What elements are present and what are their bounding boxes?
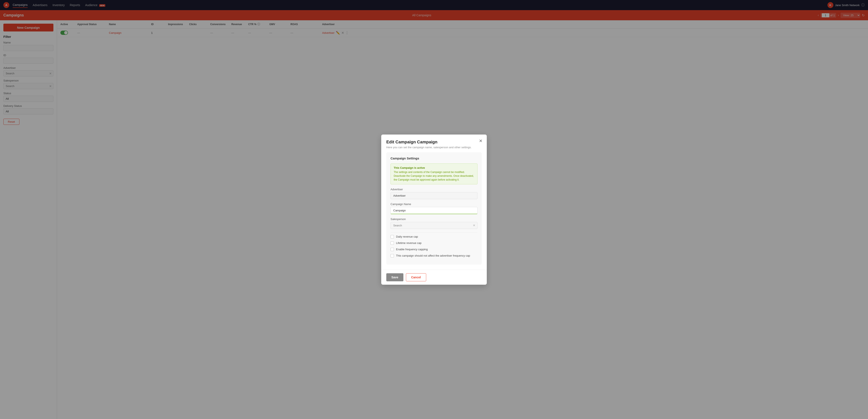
modal-header: Edit Campaign Campaign Here you can set … bbox=[381, 134, 487, 152]
modal-footer: Save Cancel bbox=[381, 270, 487, 285]
salesperson-field: Salesperson ✕ bbox=[391, 217, 477, 229]
lifetime-revenue-cap-label: Lifetime revenue cap bbox=[396, 241, 422, 245]
campaign-settings-section: Campaign Settings This Campaign is activ… bbox=[386, 152, 482, 265]
warning-title: This Campaign is active bbox=[394, 166, 474, 169]
enable-frequency-capping-checkbox[interactable] bbox=[391, 248, 394, 251]
section-title: Campaign Settings bbox=[391, 156, 477, 160]
advertiser-field-label: Advertiser bbox=[391, 188, 477, 191]
edit-campaign-modal: Edit Campaign Campaign Here you can set … bbox=[381, 134, 487, 285]
modal-subtitle: Here you can set the campaign name, sale… bbox=[386, 146, 482, 149]
form-divider bbox=[391, 232, 477, 233]
campaign-name-field: Campaign Name bbox=[391, 203, 477, 214]
modal-title: Edit Campaign Campaign bbox=[386, 140, 482, 145]
modal-body: Campaign Settings This Campaign is activ… bbox=[381, 152, 487, 270]
modal-overlay[interactable]: Edit Campaign Campaign Here you can set … bbox=[0, 0, 868, 419]
warning-text: The settings and contents of the Campaig… bbox=[394, 170, 474, 182]
modal-close-button[interactable]: ✕ bbox=[479, 139, 483, 143]
daily-revenue-cap-label: Daily revenue cap bbox=[396, 235, 418, 238]
lifetime-revenue-cap-checkbox[interactable] bbox=[391, 241, 394, 245]
active-campaign-warning: This Campaign is active The settings and… bbox=[391, 163, 477, 184]
lifetime-revenue-cap-row: Lifetime revenue cap bbox=[391, 241, 477, 245]
campaign-name-field-label: Campaign Name bbox=[391, 203, 477, 206]
cancel-button[interactable]: Cancel bbox=[406, 273, 426, 281]
salesperson-input-wrap: ✕ bbox=[391, 222, 477, 229]
enable-frequency-capping-row: Enable frequency capping bbox=[391, 248, 477, 251]
salesperson-clear-icon[interactable]: ✕ bbox=[473, 223, 475, 227]
enable-frequency-capping-label: Enable frequency capping bbox=[396, 248, 428, 251]
salesperson-search-input[interactable] bbox=[391, 222, 477, 229]
daily-revenue-cap-row: Daily revenue cap bbox=[391, 235, 477, 238]
no-affect-advertiser-checkbox[interactable] bbox=[391, 254, 394, 258]
daily-revenue-cap-checkbox[interactable] bbox=[391, 235, 394, 238]
no-affect-advertiser-row: This campaign should not affect the adve… bbox=[391, 254, 477, 258]
salesperson-field-label: Salesperson bbox=[391, 217, 477, 221]
no-affect-advertiser-label: This campaign should not affect the adve… bbox=[396, 254, 470, 257]
advertiser-field: Advertiser bbox=[391, 188, 477, 199]
campaign-name-input[interactable] bbox=[391, 207, 477, 214]
advertiser-input[interactable] bbox=[391, 192, 477, 199]
save-button[interactable]: Save bbox=[386, 273, 403, 281]
